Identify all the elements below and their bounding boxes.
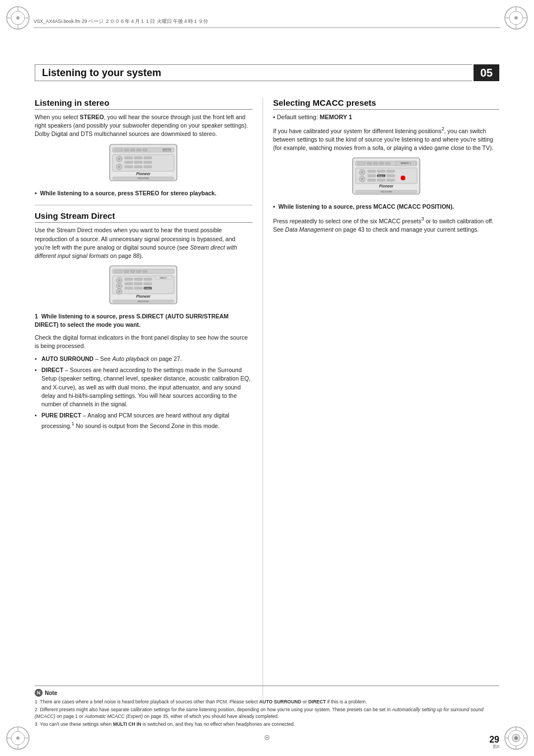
svg-point-68 bbox=[118, 290, 120, 293]
corner-decoration-br bbox=[503, 725, 530, 752]
svg-text:S.DIRECT: S.DIRECT bbox=[144, 288, 152, 290]
svg-rect-47 bbox=[134, 161, 142, 163]
svg-rect-90 bbox=[386, 162, 390, 165]
svg-point-42 bbox=[118, 166, 120, 168]
svg-rect-50 bbox=[134, 166, 142, 168]
svg-rect-44 bbox=[134, 157, 142, 159]
svg-rect-60 bbox=[137, 270, 141, 273]
svg-point-64 bbox=[118, 279, 120, 281]
svg-rect-48 bbox=[144, 161, 152, 163]
right-column: Selecting MCACC presets • Default settin… bbox=[263, 98, 499, 700]
section-divider-1 bbox=[35, 205, 252, 205]
svg-rect-101 bbox=[368, 175, 376, 177]
svg-point-113 bbox=[266, 737, 268, 739]
corner-decoration-tr bbox=[503, 4, 530, 31]
note-section: N Note 1 There are cases where a brief n… bbox=[35, 685, 499, 729]
corner-decoration-tl bbox=[4, 4, 31, 31]
svg-text:STEREO: STEREO bbox=[163, 149, 171, 151]
header-file-info: VSX_AX4ASi.book.fm 29 ページ ２００６年４月１１日 火曜日… bbox=[34, 16, 500, 28]
svg-rect-93 bbox=[355, 168, 417, 184]
svg-rect-57 bbox=[115, 270, 123, 273]
svg-text:Pioneer: Pioneer bbox=[137, 172, 152, 176]
svg-rect-86 bbox=[358, 162, 366, 165]
receiver-image-stereo: STEREO bbox=[35, 143, 252, 184]
corner-decoration-bl bbox=[4, 725, 31, 752]
svg-rect-59 bbox=[130, 270, 135, 273]
svg-rect-45 bbox=[144, 157, 152, 159]
svg-text:RECEIVER: RECEIVER bbox=[138, 300, 149, 303]
svg-rect-72 bbox=[125, 283, 133, 285]
page-title: Listening to your system bbox=[42, 67, 161, 79]
svg-rect-38 bbox=[113, 154, 174, 171]
stream-direct-body: Use the Stream Direct modes when you wan… bbox=[35, 226, 252, 260]
center-dot-decoration bbox=[264, 735, 270, 740]
svg-point-97 bbox=[361, 178, 363, 180]
svg-rect-51 bbox=[144, 166, 152, 168]
svg-point-24 bbox=[514, 736, 518, 740]
section-title-stereo: Listening in stereo bbox=[35, 98, 252, 110]
bullet-item-auto-surround: AUTO SURROUND – See Auto playback on pag… bbox=[35, 355, 252, 363]
receiver-image-stream-direct: S.DIRECT DIRECT Pioneer RECEIVER bbox=[35, 265, 252, 307]
svg-rect-46 bbox=[125, 161, 133, 163]
note-item-1: 1 There are cases where a brief noise is… bbox=[35, 699, 499, 706]
svg-point-66 bbox=[118, 285, 120, 287]
stream-direct-bullet-list: AUTO SURROUND – See Auto playback on pag… bbox=[35, 355, 252, 430]
svg-rect-76 bbox=[134, 287, 142, 289]
svg-rect-71 bbox=[144, 278, 152, 280]
left-column: Listening in stereo When you select STER… bbox=[35, 98, 263, 700]
svg-point-40 bbox=[118, 158, 120, 160]
note-item-2: 2 Different presets might also have sepa… bbox=[35, 707, 499, 720]
svg-rect-34 bbox=[137, 149, 141, 151]
mcacc-after-bullet: Press repeatedly to select one of the si… bbox=[273, 215, 499, 234]
main-content: Listening in stereo When you select STER… bbox=[35, 98, 499, 700]
svg-point-95 bbox=[361, 171, 363, 173]
svg-rect-99 bbox=[377, 170, 385, 172]
svg-rect-75 bbox=[125, 287, 133, 289]
section-title-stream-direct: Using Stream Direct bbox=[35, 211, 252, 223]
svg-text:MCACC: MCACC bbox=[378, 175, 384, 177]
svg-rect-98 bbox=[368, 170, 376, 172]
svg-text:MEMORY 1: MEMORY 1 bbox=[401, 162, 411, 165]
stereo-body: When you select STEREO, you will hear th… bbox=[35, 113, 252, 139]
svg-text:Pioneer: Pioneer bbox=[379, 184, 394, 188]
svg-rect-35 bbox=[143, 149, 147, 151]
svg-rect-89 bbox=[380, 162, 384, 165]
svg-rect-61 bbox=[143, 270, 147, 273]
page-lang: En bbox=[493, 744, 499, 749]
svg-rect-107 bbox=[387, 179, 395, 181]
stream-direct-sub: Check the digital format indicators in t… bbox=[35, 334, 252, 350]
note-item-3: 3 You can't use these settings when MULT… bbox=[35, 721, 499, 728]
receiver-image-mcacc: MEMORY 1 MCACC bbox=[273, 157, 499, 197]
note-title: N Note bbox=[35, 689, 499, 697]
svg-rect-69 bbox=[125, 278, 133, 280]
section-listening-stereo: Listening in stereo When you select STER… bbox=[35, 98, 252, 197]
svg-rect-87 bbox=[367, 162, 372, 165]
svg-point-2 bbox=[16, 16, 20, 20]
stream-direct-instruction: 1 While listening to a source, press S.D… bbox=[35, 312, 252, 328]
svg-rect-43 bbox=[125, 157, 133, 159]
svg-text:RECEIVER: RECEIVER bbox=[138, 177, 149, 180]
svg-rect-58 bbox=[124, 270, 129, 273]
svg-rect-31 bbox=[115, 149, 123, 151]
svg-text:DIRECT: DIRECT bbox=[160, 277, 168, 279]
svg-text:Pioneer: Pioneer bbox=[137, 294, 152, 298]
mcacc-body: If you have calibrated your system for d… bbox=[273, 125, 499, 152]
svg-rect-49 bbox=[125, 166, 133, 168]
svg-rect-32 bbox=[124, 149, 129, 151]
stereo-bullet-instruction: • While listening to a source, press STE… bbox=[35, 189, 252, 198]
chapter-badge: 05 bbox=[474, 64, 499, 81]
svg-point-9 bbox=[514, 16, 518, 20]
svg-rect-106 bbox=[377, 179, 385, 181]
svg-rect-33 bbox=[130, 149, 135, 151]
svg-rect-88 bbox=[373, 162, 378, 165]
bullet-item-pure-direct: PURE DIRECT – Analog and PCM sources are… bbox=[35, 411, 252, 430]
svg-point-16 bbox=[16, 736, 20, 740]
svg-rect-74 bbox=[144, 283, 152, 285]
section-title-mcacc: Selecting MCACC presets bbox=[273, 98, 499, 110]
page-title-bar: Listening to your system bbox=[35, 64, 472, 81]
mcacc-subtitle: • Default setting: MEMORY 1 bbox=[273, 113, 499, 122]
svg-rect-105 bbox=[368, 179, 376, 181]
svg-rect-100 bbox=[387, 170, 395, 172]
svg-rect-104 bbox=[387, 175, 395, 177]
bullet-item-direct: DIRECT – Sources are heard according to … bbox=[35, 366, 252, 408]
